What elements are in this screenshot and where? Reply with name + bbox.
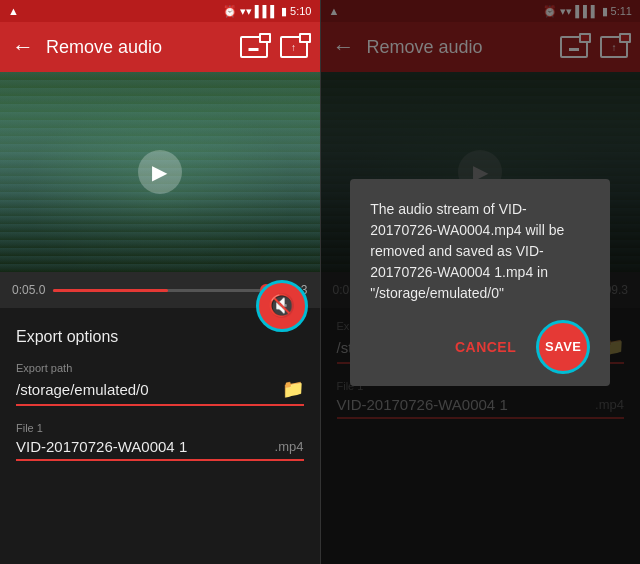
export-button[interactable]: ↑ [280,36,308,58]
file-label: File 1 [16,422,304,434]
battery-icon: ▮ [281,5,287,18]
timeline-bar[interactable] [53,289,266,292]
dialog-actions: CANCEL SAVE [370,320,590,374]
video-clip-icon: ▬ [249,42,259,53]
wifi-icon: ▾▾ [240,5,252,18]
play-button[interactable]: ▶ [138,150,182,194]
signal-icon: ▌▌▌ [255,5,278,17]
start-time: 0:05.0 [12,283,45,297]
left-timeline[interactable]: 0:05.0 0:09.3 🔇 [0,272,320,308]
dialog-overlay: The audio stream of VID-20170726-WA0004.… [321,0,641,564]
file-extension: .mp4 [275,439,304,454]
video-clip-button[interactable]: ▬ [240,36,268,58]
notification-icon: ▲ [8,5,19,17]
time-display: 5:10 [290,5,311,17]
left-title: Remove audio [46,37,228,58]
file-value-row: VID-20170726-WA0004 1 .mp4 [16,438,304,461]
back-button[interactable]: ← [12,34,34,60]
export-options-title: Export options [16,328,304,346]
status-icons: ⏰ ▾▾ ▌▌▌ ▮ 5:10 [223,5,312,18]
export-icon: ↑ [291,42,296,53]
left-video-preview: ▶ [0,72,320,272]
file-name: VID-20170726-WA0004 1 [16,438,267,455]
confirm-dialog: The audio stream of VID-20170726-WA0004.… [350,179,610,386]
play-icon: ▶ [152,160,167,184]
mute-button[interactable]: 🔇 [256,280,308,332]
dialog-message: The audio stream of VID-20170726-WA0004.… [370,199,590,304]
status-notification-icon: ▲ [8,5,19,17]
path-label: Export path [16,362,304,374]
path-value: /storage/emulated/0 [16,381,282,398]
path-value-row: /storage/emulated/0 📁 [16,378,304,406]
left-toolbar: ← Remove audio ▬ ↑ [0,22,320,72]
left-status-bar: ▲ ⏰ ▾▾ ▌▌▌ ▮ 5:10 [0,0,320,22]
right-panel: ▲ ⏰ ▾▾ ▌▌▌ ▮ 5:11 ← Remove audio ▬ ↑ ▶ 0… [321,0,641,564]
save-button[interactable]: SAVE [536,320,590,374]
alarm-icon: ⏰ [223,5,237,18]
file-field-group: File 1 VID-20170726-WA0004 1 .mp4 [16,422,304,461]
timeline-progress [53,289,168,292]
mute-icon: 🔇 [268,293,295,319]
cancel-button[interactable]: CANCEL [443,331,528,363]
export-options: Export options Export path /storage/emul… [0,308,320,564]
folder-icon[interactable]: 📁 [282,378,304,400]
path-field-group: Export path /storage/emulated/0 📁 [16,362,304,406]
left-panel: ▲ ⏰ ▾▾ ▌▌▌ ▮ 5:10 ← Remove audio ▬ ↑ ▶ 0… [0,0,320,564]
